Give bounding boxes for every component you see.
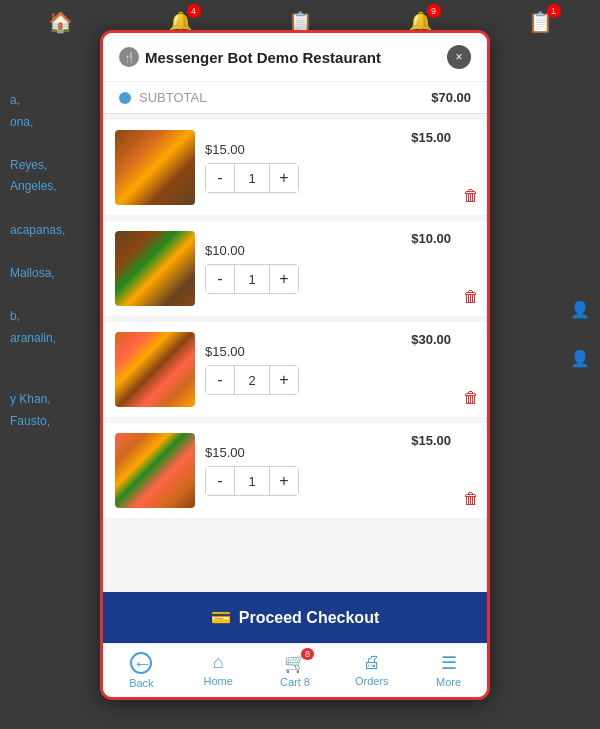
bg-sidebar: a, ona, Reyes, Angeles, acapanas, Mallos… [0,80,100,442]
qty-increase-button[interactable]: + [270,467,298,495]
qty-value: 1 [234,265,270,293]
nav-label: More [436,676,461,688]
bg-right-icons: 👤 👤 [570,300,590,368]
item-image [115,130,195,205]
qty-decrease-button[interactable]: - [206,366,234,394]
qty-control: - 1 + [205,466,299,496]
subtotal-amount: $70.00 [431,90,471,105]
modal-title-text: Messenger Bot Demo Restaurant [145,49,381,66]
qty-decrease-button[interactable]: - [206,265,234,293]
checkout-button[interactable]: 💳 Proceed Checkout [103,592,487,643]
nav-icon-wrapper: 🖨 [363,652,381,673]
cart-item: $15.00 - 2 + $30.00 🗑 [103,322,487,417]
nav-item-back[interactable]: ← Back [103,644,180,697]
checkout-label: Proceed Checkout [239,609,379,627]
back-icon: ← [130,652,152,674]
qty-decrease-button[interactable]: - [206,164,234,192]
nav-label: Home [204,675,233,687]
nav-icon-wrapper: ☰ [441,652,457,674]
nav-icon-wrapper: ⌂ [213,652,224,673]
delete-item-button[interactable]: 🗑 [463,389,479,407]
qty-control: - 1 + [205,163,299,193]
nav-item-orders[interactable]: 🖨 Orders [333,644,410,697]
nav-label: Orders [355,675,389,687]
cart-icon: 🛒8 [284,653,306,673]
qty-decrease-button[interactable]: - [206,467,234,495]
item-details: $15.00 - 1 + [205,142,475,193]
nav-item-more[interactable]: ☰ More [410,644,487,697]
home-icon: ⌂ [213,652,224,672]
cart-item: $15.00 - 1 + $15.00 🗑 [103,120,487,215]
subtotal-label: SUBTOTAL [139,90,423,105]
cart-badge: 8 [301,648,314,660]
qty-increase-button[interactable]: + [270,265,298,293]
nav-icon-wrapper: 🛒8 [284,652,306,674]
cart-list: $15.00 - 1 + $15.00 🗑 $10.00 - 1 + $10.0… [103,114,487,592]
checkout-icon: 💳 [211,608,231,627]
qty-increase-button[interactable]: + [270,366,298,394]
orders-icon: 🖨 [363,652,381,672]
bg-nav-badge-2: 9 [427,4,441,18]
cart-item: $15.00 - 1 + $15.00 🗑 [103,423,487,518]
bg-nav-pages: 📋 1 [528,10,553,34]
item-total: $15.00 [411,433,451,448]
delete-item-button[interactable]: 🗑 [463,288,479,306]
bottom-nav: ← Back ⌂ Home 🛒8 Cart 8 🖨 Orders ☰ More [103,643,487,697]
qty-control: - 2 + [205,365,299,395]
subtotal-dot [119,92,131,104]
qty-increase-button[interactable]: + [270,164,298,192]
delete-item-button[interactable]: 🗑 [463,490,479,508]
bg-nav-home: 🏠 [48,10,73,34]
modal-container: 🍴 Messenger Bot Demo Restaurant × SUBTOT… [100,30,490,700]
subtotal-bar: SUBTOTAL $70.00 [103,82,487,114]
item-total: $30.00 [411,332,451,347]
item-total: $15.00 [411,130,451,145]
modal-title: 🍴 Messenger Bot Demo Restaurant [119,47,381,67]
item-image [115,332,195,407]
qty-value: 1 [234,164,270,192]
nav-item-cart[interactable]: 🛒8 Cart 8 [257,644,334,697]
item-details: $15.00 - 2 + [205,344,475,395]
cart-item: $10.00 - 1 + $10.00 🗑 [103,221,487,316]
qty-value: 1 [234,467,270,495]
item-image [115,231,195,306]
nav-label: Cart 8 [280,676,310,688]
item-details: $10.00 - 1 + [205,243,475,294]
nav-icon-wrapper: ← [130,652,152,675]
modal-header: 🍴 Messenger Bot Demo Restaurant × [103,33,487,82]
item-image [115,433,195,508]
restaurant-icon: 🍴 [119,47,139,67]
nav-item-home[interactable]: ⌂ Home [180,644,257,697]
qty-value: 2 [234,366,270,394]
delete-item-button[interactable]: 🗑 [463,187,479,205]
bg-nav-badge-1: 4 [187,4,201,18]
bg-nav-badge-3: 1 [547,4,561,18]
item-details: $15.00 - 1 + [205,445,475,496]
item-total: $10.00 [411,231,451,246]
qty-control: - 1 + [205,264,299,294]
close-button[interactable]: × [447,45,471,69]
nav-label: Back [129,677,153,689]
more-icon: ☰ [441,653,457,673]
